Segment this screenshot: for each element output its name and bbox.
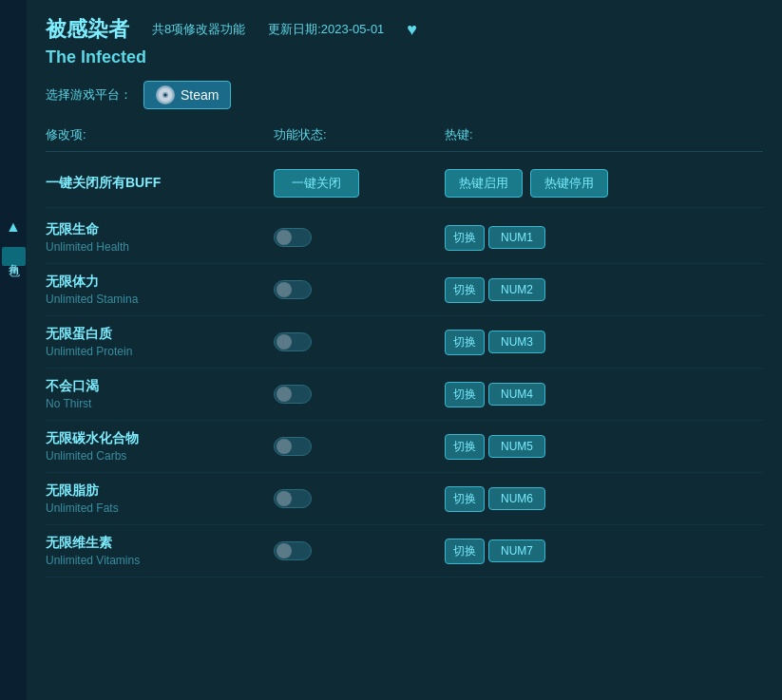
mod-name-en: Unlimited Carbs bbox=[46, 449, 274, 463]
mod-row: 无限生命 Unlimited Health 切换 NUM1 bbox=[46, 212, 763, 264]
header-meta-date: 更新日期:2023-05-01 bbox=[268, 21, 384, 38]
svg-point-2 bbox=[164, 94, 167, 97]
mod-toggle-container bbox=[274, 280, 445, 299]
mod-toggle-container bbox=[274, 437, 445, 456]
game-title-cn: 被感染者 bbox=[46, 15, 129, 44]
hotkey-switch-button[interactable]: 切换 bbox=[445, 277, 485, 303]
sidebar: ▲ 角色 bbox=[0, 0, 27, 700]
toggle-knob bbox=[277, 230, 292, 245]
mod-toggle-container bbox=[274, 332, 445, 351]
col-mod-header: 修改项: bbox=[46, 126, 274, 143]
mod-toggle-switch[interactable] bbox=[274, 385, 312, 404]
hotkey-badge: 切换 NUM1 bbox=[445, 225, 545, 251]
platform-row: 选择游戏平台： Steam bbox=[46, 81, 763, 109]
mod-name-cn: 无限维生素 bbox=[46, 535, 274, 552]
hotkey-switch-button[interactable]: 切换 bbox=[445, 486, 485, 512]
toggle-knob bbox=[277, 439, 292, 454]
mod-toggle-container bbox=[274, 541, 445, 560]
mod-name-en: Unlimited Health bbox=[46, 240, 274, 254]
mod-row: 无限脂肪 Unlimited Fats 切换 NUM6 bbox=[46, 473, 763, 525]
hotkey-num-button[interactable]: NUM6 bbox=[488, 487, 545, 510]
toggle-knob bbox=[277, 491, 292, 506]
table-header: 修改项: 功能状态: 热键: bbox=[46, 126, 763, 152]
mod-name-container: 无限蛋白质 Unlimited Protein bbox=[46, 326, 274, 358]
mod-hotkey-container: 切换 NUM4 bbox=[445, 382, 763, 407]
buff-all-hotkey-container: 热键启用 热键停用 bbox=[445, 169, 763, 198]
hotkey-enable-button[interactable]: 热键启用 bbox=[445, 169, 523, 198]
mod-toggle-switch[interactable] bbox=[274, 489, 312, 508]
hotkey-switch-button[interactable]: 切换 bbox=[445, 330, 485, 355]
buff-all-row: 一键关闭所有BUFF 一键关闭 热键启用 热键停用 bbox=[46, 160, 763, 208]
buff-all-toggle-container: 一键关闭 bbox=[274, 169, 445, 198]
col-status-header: 功能状态: bbox=[274, 126, 445, 143]
mod-toggle-container bbox=[274, 385, 445, 404]
header-meta-count: 共8项修改器功能 bbox=[152, 21, 245, 38]
hotkey-num-button[interactable]: NUM7 bbox=[488, 539, 545, 562]
toggle-knob bbox=[277, 387, 292, 402]
mod-hotkey-container: 切换 NUM3 bbox=[445, 330, 763, 355]
platform-label: 选择游戏平台： bbox=[46, 86, 132, 104]
close-all-button[interactable]: 一键关闭 bbox=[274, 169, 359, 198]
mod-row: 不会口渴 No Thirst 切换 NUM4 bbox=[46, 369, 763, 421]
mod-hotkey-container: 切换 NUM6 bbox=[445, 486, 763, 512]
mod-toggle-container bbox=[274, 489, 445, 508]
sidebar-icon: ▲ bbox=[6, 218, 21, 236]
mod-name-container: 无限碳水化合物 Unlimited Carbs bbox=[46, 430, 274, 463]
steam-label: Steam bbox=[181, 87, 219, 103]
mod-toggle-switch[interactable] bbox=[274, 437, 312, 456]
mod-hotkey-container: 切换 NUM1 bbox=[445, 225, 763, 251]
mod-rows-container: 无限生命 Unlimited Health 切换 NUM1 无限体力 Unlim… bbox=[46, 212, 763, 577]
hotkey-badge: 切换 NUM5 bbox=[445, 434, 545, 460]
mod-row: 无限蛋白质 Unlimited Protein 切换 NUM3 bbox=[46, 316, 763, 369]
hotkey-switch-button[interactable]: 切换 bbox=[445, 225, 485, 251]
hotkey-switch-button[interactable]: 切换 bbox=[445, 382, 485, 407]
hotkey-num-button[interactable]: NUM2 bbox=[488, 278, 545, 301]
mod-name-cn: 无限脂肪 bbox=[46, 482, 274, 500]
sidebar-tab-character[interactable]: 角色 bbox=[2, 247, 26, 266]
mod-row: 无限维生素 Unlimited Vitamins 切换 NUM7 bbox=[46, 525, 763, 577]
hotkey-badge: 切换 NUM2 bbox=[445, 277, 545, 303]
mod-name-cn: 无限碳水化合物 bbox=[46, 430, 274, 447]
col-hotkey-header: 热键: bbox=[445, 126, 763, 143]
mod-toggle-switch[interactable] bbox=[274, 332, 312, 351]
mod-toggle-switch[interactable] bbox=[274, 541, 312, 560]
mod-toggle-switch[interactable] bbox=[274, 280, 312, 299]
hotkey-switch-button[interactable]: 切换 bbox=[445, 434, 485, 460]
hotkey-num-button[interactable]: NUM3 bbox=[488, 331, 545, 353]
game-title-en: The Infected bbox=[46, 47, 763, 67]
mod-name-container: 无限体力 Unlimited Stamina bbox=[46, 274, 274, 306]
mod-name-container: 无限生命 Unlimited Health bbox=[46, 221, 274, 254]
main-container: ▲ 角色 被感染者 共8项修改器功能 更新日期:2023-05-01 ♥ The… bbox=[0, 0, 782, 700]
mod-name-en: Unlimited Vitamins bbox=[46, 554, 274, 567]
mod-row: 无限碳水化合物 Unlimited Carbs 切换 NUM5 bbox=[46, 421, 763, 473]
hotkey-num-button[interactable]: NUM1 bbox=[488, 226, 545, 249]
toggle-knob bbox=[277, 282, 292, 297]
hotkey-badge: 切换 NUM7 bbox=[445, 539, 545, 564]
hotkey-num-button[interactable]: NUM5 bbox=[488, 435, 545, 458]
mod-name-container: 不会口渴 No Thirst bbox=[46, 378, 274, 410]
steam-platform-button[interactable]: Steam bbox=[143, 81, 231, 109]
mod-name-en: Unlimited Stamina bbox=[46, 293, 274, 306]
hotkey-badge: 切换 NUM4 bbox=[445, 382, 545, 407]
mod-name-cn: 不会口渴 bbox=[46, 378, 274, 395]
hotkey-badge: 切换 NUM3 bbox=[445, 330, 545, 355]
hotkey-num-button[interactable]: NUM4 bbox=[488, 383, 545, 406]
hotkey-disable-button[interactable]: 热键停用 bbox=[530, 169, 608, 198]
mod-name-en: Unlimited Fats bbox=[46, 501, 274, 515]
mod-name-en: No Thirst bbox=[46, 397, 274, 410]
mod-hotkey-container: 切换 NUM7 bbox=[445, 539, 763, 564]
mod-name-container: 无限脂肪 Unlimited Fats bbox=[46, 482, 274, 515]
mod-toggle-switch[interactable] bbox=[274, 228, 312, 247]
favorite-heart-icon[interactable]: ♥ bbox=[407, 20, 417, 40]
content-area: 被感染者 共8项修改器功能 更新日期:2023-05-01 ♥ The Infe… bbox=[27, 0, 782, 700]
mod-name-en: Unlimited Protein bbox=[46, 345, 274, 358]
mod-hotkey-container: 切换 NUM5 bbox=[445, 434, 763, 460]
hotkey-badge: 切换 NUM6 bbox=[445, 486, 545, 512]
steam-logo-icon bbox=[156, 85, 175, 104]
mod-name-cn: 无限蛋白质 bbox=[46, 326, 274, 343]
mod-hotkey-container: 切换 NUM2 bbox=[445, 277, 763, 303]
hotkey-switch-button[interactable]: 切换 bbox=[445, 539, 485, 564]
mod-name-cn: 无限体力 bbox=[46, 274, 274, 291]
toggle-knob bbox=[277, 543, 292, 558]
toggle-knob bbox=[277, 334, 292, 350]
